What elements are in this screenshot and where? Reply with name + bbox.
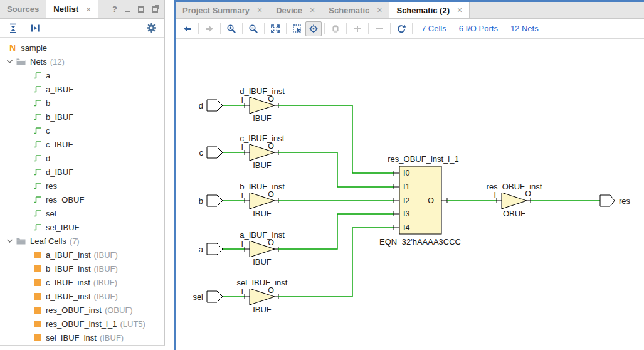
zoom-to-selection-button[interactable]	[289, 21, 305, 36]
net-wire-d-ibuf[interactable]	[278, 105, 394, 173]
vivado-window: Sources Netlist × ?	[0, 0, 644, 350]
chevron-down-icon[interactable]	[6, 58, 13, 65]
zoom-in-button[interactable]	[223, 21, 240, 36]
tree-net-item[interactable]: c_IBUF	[0, 137, 164, 151]
tree-net-item[interactable]: sel	[0, 206, 164, 220]
tab-netlist[interactable]: Netlist ×	[46, 0, 98, 18]
tree-leaf-cell-item[interactable]: res_OBUF_inst_i_1(LUT5)	[0, 317, 164, 331]
schematic-canvas[interactable]: d I O d_IBUF_inst IBUF c	[176, 39, 644, 350]
regenerate-button[interactable]	[393, 21, 409, 36]
cell-type-label: IBUF	[253, 161, 272, 170]
net-icon	[34, 154, 41, 162]
tree-leaf-cell-item[interactable]: a_IBUF_inst(IBUF)	[0, 248, 164, 262]
left-tabbar: Sources Netlist × ?	[0, 0, 164, 19]
tree-net-item[interactable]: res	[0, 179, 164, 193]
pin-label-i4: I4	[403, 223, 409, 232]
tree-leaf-cell-item[interactable]: d_IBUF_inst(IBUF)	[0, 289, 164, 303]
back-button[interactable]	[179, 21, 196, 36]
cells-count-link[interactable]: 7 Cells	[421, 24, 446, 33]
tree-net-item[interactable]: d_IBUF	[0, 165, 164, 179]
cell-type: (IBUF)	[94, 250, 118, 260]
tree-net-item[interactable]: b_IBUF	[0, 110, 164, 124]
tree-leaf-cell-item[interactable]: c_IBUF_inst(IBUF)	[0, 275, 164, 289]
help-icon[interactable]: ?	[112, 4, 117, 14]
chevron-down-icon[interactable]	[6, 238, 13, 244]
zoom-out-button[interactable]	[245, 21, 261, 36]
net-icon	[34, 113, 41, 120]
close-icon[interactable]: ×	[457, 5, 462, 15]
crosshair-target-icon	[309, 24, 319, 34]
tree-group-nets[interactable]: Nets (12)	[0, 55, 164, 68]
instance-label: a_IBUF_inst	[240, 230, 285, 240]
close-icon[interactable]: ×	[310, 5, 315, 15]
tree-net-item[interactable]: a	[0, 68, 164, 82]
instance-label: b_IBUF_inst	[240, 182, 285, 191]
close-icon[interactable]: ×	[257, 5, 262, 15]
pin-label-i0: I0	[403, 169, 409, 178]
obuf-symbol[interactable]	[502, 193, 527, 209]
net-icon	[34, 85, 41, 93]
obuf-cell: I O res_OBUF_inst OBUF res	[487, 182, 631, 218]
refresh-icon	[396, 24, 406, 34]
tab-schematic-2[interactable]: Schematic (2) ×	[389, 2, 470, 18]
zoom-in-icon	[226, 24, 236, 34]
show-connectivity-button[interactable]	[327, 21, 344, 36]
tree-group-leaf-cells[interactable]: Leaf Cells (7)	[0, 234, 164, 248]
forward-button[interactable]	[201, 21, 218, 36]
maximize-icon[interactable]	[138, 6, 144, 13]
add-to-schematic-button[interactable]	[349, 21, 366, 36]
cell-type: (IBUF)	[94, 292, 118, 301]
close-icon[interactable]: ×	[377, 5, 382, 15]
tree-net-item[interactable]: a_IBUF	[0, 82, 164, 96]
remove-from-schematic-button[interactable]	[371, 21, 388, 36]
tree-net-item[interactable]: res_OBUF	[0, 193, 164, 206]
expand-hierarchy-button[interactable]	[27, 21, 43, 36]
cell-type: (OBUF)	[105, 305, 133, 315]
input-port-a[interactable]	[207, 243, 223, 255]
zoom-fit-button[interactable]	[267, 21, 283, 36]
tree-leaf-cell-item[interactable]: b_IBUF_inst(IBUF)	[0, 262, 164, 275]
tree-root-sample[interactable]: N sample	[0, 41, 164, 55]
schematic-stats: 7 Cells 6 I/O Ports 12 Nets	[421, 24, 539, 33]
pin-label-o: O	[428, 196, 434, 205]
autofit-selection-button[interactable]	[305, 21, 322, 36]
io-ports-count-link[interactable]: 6 I/O Ports	[459, 24, 498, 33]
tree-leaf-cell-item[interactable]: sel_IBUF_inst(IBUF)	[0, 331, 164, 344]
net-wire-a-ibuf[interactable]	[278, 214, 394, 249]
net-wire-sel-ibuf[interactable]	[278, 228, 394, 297]
tab-device[interactable]: Device ×	[269, 2, 322, 18]
net-label: sel_IBUF	[46, 223, 79, 232]
panel-window-controls: ?	[112, 0, 164, 18]
schematic-drawing: d I O d_IBUF_inst IBUF c	[176, 39, 644, 350]
tree-net-item[interactable]: c	[0, 124, 164, 137]
tab-sources[interactable]: Sources	[0, 0, 46, 18]
collapse-all-button[interactable]	[5, 21, 21, 36]
close-icon[interactable]: ×	[86, 4, 91, 14]
cell-type-label: IBUF	[253, 209, 272, 218]
tree-net-item[interactable]: b	[0, 96, 164, 110]
tree-net-item[interactable]: sel_IBUF	[0, 220, 164, 234]
input-port-b[interactable]	[207, 195, 223, 206]
minimize-icon[interactable]	[125, 11, 130, 12]
tree-leaf-cell-item[interactable]: res_OBUF_inst(OBUF)	[0, 303, 164, 317]
tree-net-item[interactable]: d	[0, 151, 164, 165]
plus-icon	[352, 24, 362, 34]
net-label: a	[46, 71, 50, 80]
output-port-res[interactable]	[600, 195, 615, 206]
pin-label-i: I	[241, 240, 243, 248]
folder-icon	[16, 58, 26, 65]
tab-schematic[interactable]: Schematic ×	[322, 2, 389, 18]
tab-project-summary[interactable]: Project Summary ×	[176, 2, 269, 18]
net-label: res	[46, 181, 57, 191]
nets-count-link[interactable]: 12 Nets	[510, 24, 539, 33]
forward-arrow-icon	[204, 24, 214, 34]
input-port-d[interactable]	[207, 100, 223, 111]
net-icon	[34, 182, 41, 189]
input-port-sel[interactable]	[207, 291, 223, 302]
settings-button[interactable]	[143, 21, 159, 36]
group-label: Leaf Cells	[30, 236, 66, 246]
toolbar-separator	[198, 23, 199, 34]
net-wire-c-ibuf[interactable]	[278, 152, 394, 187]
input-port-c[interactable]	[207, 147, 223, 158]
float-icon[interactable]	[152, 6, 158, 13]
